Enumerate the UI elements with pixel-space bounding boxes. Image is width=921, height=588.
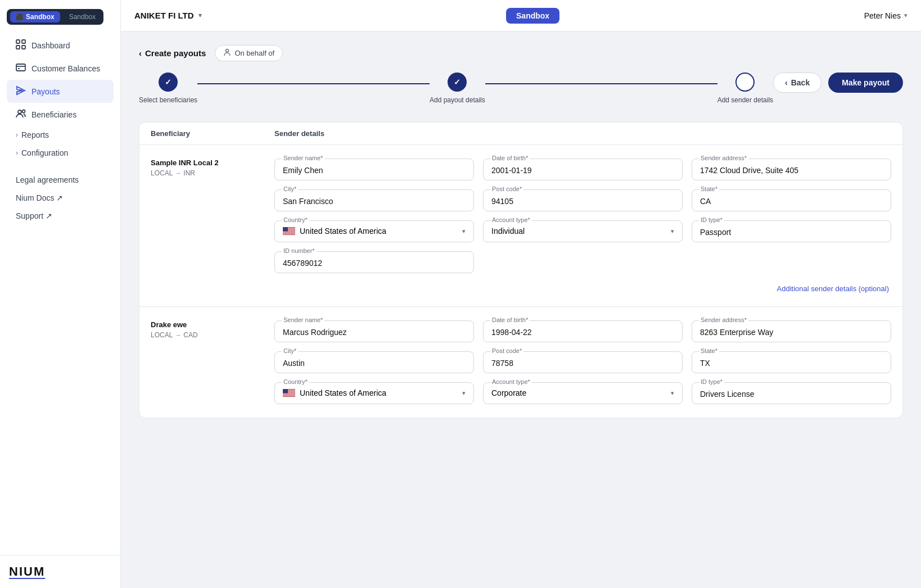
sidebar-item-reports[interactable]: › Reports <box>7 126 114 144</box>
address-field-2: Sender address* <box>692 320 891 342</box>
back-button[interactable]: ‹ Back <box>773 73 821 93</box>
on-behalf-chip[interactable]: On behalf of <box>215 45 283 61</box>
send-icon <box>16 85 26 97</box>
sandbox-toggle[interactable]: ⬛ Sandbox Sandbox <box>7 9 103 25</box>
country-select-1: United States of America ▾ <box>283 227 466 236</box>
svg-rect-16 <box>283 234 295 234</box>
table-row: Sample INR Local 2 LOCAL → INR Sender na… <box>139 145 902 307</box>
address-input-1[interactable] <box>700 166 883 175</box>
sidebar-item-payouts-label: Payouts <box>31 87 60 96</box>
svg-rect-3 <box>22 46 25 49</box>
grid-icon <box>16 39 26 51</box>
step-1-label: Select beneficiaries <box>139 96 197 104</box>
svg-rect-4 <box>16 64 25 71</box>
user-name: Peter Nies <box>864 11 901 20</box>
step-2-circle: ✓ <box>448 73 467 92</box>
company-chevron-icon: ▾ <box>198 12 202 19</box>
sidebar-item-nium-docs-label: Nium Docs ↗ <box>16 193 63 202</box>
stepper-actions: ‹ Back Make payout <box>773 73 903 93</box>
make-payout-button[interactable]: Make payout <box>828 73 903 93</box>
sidebar-item-legal[interactable]: Legal agreements <box>7 171 114 189</box>
address-label-2: Sender address* <box>699 316 748 323</box>
step-3-label: Add sender details <box>717 96 773 104</box>
account-type-field-1[interactable]: Account type* Individual ▾ <box>483 220 683 242</box>
user-menu[interactable]: Peter Nies ▾ <box>864 11 908 20</box>
id-type-input-2[interactable] <box>700 390 883 399</box>
country-chevron-icon-2: ▾ <box>462 390 466 397</box>
sidebar-item-dashboard[interactable]: Dashboard <box>7 34 114 57</box>
beneficiary-name-2: Drake ewe <box>151 320 265 329</box>
back-arrow-icon: ‹ <box>139 48 142 58</box>
stepper: ✓ Select beneficiaries ✓ Add payout deta… <box>139 73 773 104</box>
beneficiary-info-2: Drake ewe LOCAL → CAD <box>151 320 274 404</box>
dob-input-1[interactable] <box>491 166 674 175</box>
step-add-payout-details: ✓ Add payout details <box>430 73 485 104</box>
sidebar-item-support[interactable]: Support ↗ <box>7 207 114 225</box>
users-icon <box>16 108 26 120</box>
svg-rect-14 <box>283 232 295 232</box>
step-add-sender-details: Add sender details <box>717 73 773 104</box>
account-type-label-1: Account type* <box>490 216 532 223</box>
sidebar-item-reports-label: Reports <box>21 130 49 139</box>
back-to-create-payouts-button[interactable]: ‹ Create payouts <box>139 48 206 58</box>
step-1-circle: ✓ <box>159 73 178 92</box>
sidebar-item-payouts[interactable]: Payouts <box>7 80 114 103</box>
dob-input-2[interactable] <box>491 328 674 337</box>
account-type-field-2[interactable]: Account type* Corporate ▾ <box>483 382 683 404</box>
svg-rect-15 <box>283 233 295 233</box>
address-input-2[interactable] <box>700 328 883 337</box>
account-type-select-1: Individual ▾ <box>491 227 674 236</box>
svg-rect-23 <box>283 395 295 395</box>
id-type-field-2: ID type* <box>692 382 891 404</box>
city-input-1[interactable] <box>283 197 466 206</box>
state-input-1[interactable] <box>700 197 883 206</box>
country-value-1: United States of America <box>300 227 386 236</box>
account-type-value-2: Corporate <box>491 388 526 397</box>
postcode-label-2: Post code* <box>490 347 523 354</box>
id-type-label-2: ID type* <box>699 378 724 385</box>
sandbox-center-button[interactable]: Sandbox <box>506 8 559 24</box>
sidebar-item-dashboard-label: Dashboard <box>31 41 70 50</box>
chevron-right-icon-2: › <box>16 149 18 157</box>
city-input-2[interactable] <box>283 359 466 368</box>
company-name[interactable]: ANIKET FI LTD ▾ <box>134 11 202 20</box>
country-field-1[interactable]: Country* <box>274 220 474 242</box>
svg-rect-1 <box>22 40 25 43</box>
city-field-2: City* <box>274 351 474 373</box>
optional-link-1[interactable]: Additional sender details (optional) <box>274 284 891 293</box>
sender-name-field-2: Sender name* <box>274 320 474 342</box>
id-number-input-1[interactable] <box>283 259 466 268</box>
state-input-2[interactable] <box>700 359 883 368</box>
sidebar-item-customer-balances[interactable]: Customer Balances <box>7 57 114 80</box>
sidebar-item-nium-docs[interactable]: Nium Docs ↗ <box>7 189 114 207</box>
arrow-right-icon-2: → <box>175 332 181 338</box>
city-label-2: City* <box>282 347 298 354</box>
stepper-row: ✓ Select beneficiaries ✓ Add payout deta… <box>139 73 903 104</box>
id-type-input-1[interactable] <box>700 228 883 237</box>
table-row: Drake ewe LOCAL → CAD Sender name* <box>139 307 902 418</box>
postcode-label-1: Post code* <box>490 186 523 192</box>
sender-name-field-1: Sender name* <box>274 159 474 180</box>
country-field-2[interactable]: Country* <box>274 382 474 404</box>
sender-name-input-1[interactable] <box>283 166 466 175</box>
sidebar-item-configuration[interactable]: › Configuration <box>7 144 114 162</box>
postcode-input-1[interactable] <box>491 197 674 206</box>
col-header-beneficiary: Beneficiary <box>151 129 274 138</box>
sender-name-label-2: Sender name* <box>282 316 324 323</box>
sidebar-item-customer-balances-label: Customer Balances <box>31 64 100 73</box>
id-number-field-1: ID number* <box>274 251 474 273</box>
sidebar-item-support-label: Support ↗ <box>16 211 52 220</box>
back-btn-chevron-icon: ‹ <box>785 78 788 87</box>
state-label-2: State* <box>699 347 719 354</box>
postcode-input-2[interactable] <box>491 359 674 368</box>
country-chevron-icon-1: ▾ <box>462 228 466 235</box>
id-type-label-1: ID type* <box>699 216 724 223</box>
address-label-1: Sender address* <box>699 155 748 161</box>
col-header-sender-details: Sender details <box>274 129 891 138</box>
sidebar-item-beneficiaries[interactable]: Beneficiaries <box>7 103 114 126</box>
city-field-1: City* <box>274 189 474 211</box>
fields-row-2-3: Country* <box>274 382 891 404</box>
sidebar-item-configuration-label: Configuration <box>21 148 68 157</box>
chevron-right-icon: › <box>16 131 18 139</box>
sender-name-input-2[interactable] <box>283 328 466 337</box>
